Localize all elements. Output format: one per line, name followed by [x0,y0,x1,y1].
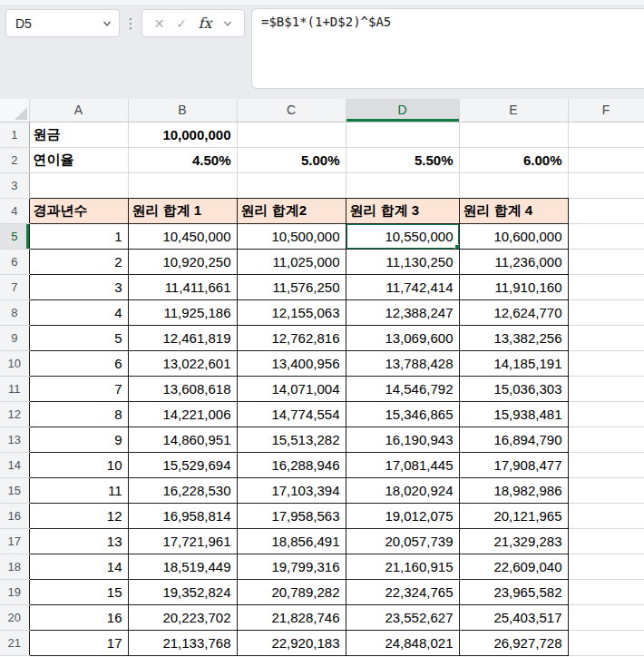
cell-F15[interactable] [568,477,644,503]
row-header-17[interactable]: 17 [0,528,29,554]
row-header-21[interactable]: 21 [0,630,29,655]
cell-D9[interactable]: 13,069,600 [346,325,459,350]
cell-A9[interactable]: 5 [29,325,128,350]
cell-A20[interactable]: 16 [29,604,128,630]
cell-E5[interactable]: 10,600,000 [459,223,568,249]
cell-B20[interactable]: 20,223,702 [128,604,237,630]
cell-D21[interactable]: 24,848,021 [346,630,459,655]
row-header-14[interactable]: 14 [0,452,29,477]
cell-F3[interactable] [568,172,644,198]
cell-C14[interactable]: 16,288,946 [237,452,346,477]
cell-F17[interactable] [568,528,644,554]
formula-input[interactable]: =$B$1*(1+D$2)^$A5 [251,8,644,89]
cell-F11[interactable] [568,376,644,401]
cell-E3[interactable] [459,172,568,198]
cell-E8[interactable]: 12,624,770 [459,299,568,325]
cell-B2[interactable]: 4.50% [128,147,237,172]
cell-E10[interactable]: 14,185,191 [459,350,568,376]
cell-F6[interactable] [568,249,644,274]
cell-C20[interactable]: 21,828,746 [237,604,346,630]
cell-E15[interactable]: 18,982,986 [459,477,568,503]
cell-A15[interactable]: 11 [29,477,128,503]
column-header-E[interactable]: E [459,99,568,122]
row-header-3[interactable]: 3 [0,172,29,198]
cell-D6[interactable]: 11,130,250 [346,249,459,274]
cell-D12[interactable]: 15,346,865 [346,401,459,427]
cell-E4[interactable]: 원리 합계 4 [459,198,568,223]
cell-B21[interactable]: 21,133,768 [128,630,237,655]
cell-F19[interactable] [568,579,644,604]
cell-B9[interactable]: 12,461,819 [128,325,237,350]
cell-B1[interactable]: 10,000,000 [128,122,237,147]
cell-E21[interactable]: 26,927,728 [459,630,568,655]
cell-B15[interactable]: 16,228,530 [128,477,237,503]
cell-D16[interactable]: 19,012,075 [346,503,459,528]
cell-B3[interactable] [128,172,237,198]
formula-bar-resize-handle[interactable]: ⋮ [125,9,136,37]
cell-B17[interactable]: 17,721,961 [128,528,237,554]
name-box[interactable]: D5 [5,9,120,37]
cell-C18[interactable]: 19,799,316 [237,554,346,579]
cell-B19[interactable]: 19,352,824 [128,579,237,604]
select-all-corner[interactable] [0,99,29,122]
chevron-down-icon[interactable] [223,19,232,28]
cell-C21[interactable]: 22,920,183 [237,630,346,655]
cell-C12[interactable]: 14,774,554 [237,401,346,427]
row-header-11[interactable]: 11 [0,376,29,401]
cell-D14[interactable]: 17,081,445 [346,452,459,477]
cell-D5[interactable]: 10,550,000 [346,223,459,249]
cell-A1[interactable]: 원금 [29,122,128,147]
cell-B10[interactable]: 13,022,601 [128,350,237,376]
cell-B6[interactable]: 10,920,250 [128,249,237,274]
cell-C16[interactable]: 17,958,563 [237,503,346,528]
row-header-1[interactable]: 1 [0,122,29,147]
cancel-icon[interactable]: ✕ [154,17,165,30]
cell-A12[interactable]: 8 [29,401,128,427]
cell-D7[interactable]: 11,742,414 [346,274,459,299]
cell-E7[interactable]: 11,910,160 [459,274,568,299]
row-header-9[interactable]: 9 [0,325,29,350]
cell-F13[interactable] [568,427,644,452]
cell-A6[interactable]: 2 [29,249,128,274]
cell-E2[interactable]: 6.00% [459,147,568,172]
cell-C2[interactable]: 5.00% [237,147,346,172]
cell-D10[interactable]: 13,788,428 [346,350,459,376]
cell-E18[interactable]: 22,609,040 [459,554,568,579]
cell-A16[interactable]: 12 [29,503,128,528]
cell-D3[interactable] [346,172,459,198]
column-header-F[interactable]: F [568,99,644,122]
row-header-18[interactable]: 18 [0,554,29,579]
cell-B12[interactable]: 14,221,006 [128,401,237,427]
cell-E12[interactable]: 15,938,481 [459,401,568,427]
cell-D18[interactable]: 21,160,915 [346,554,459,579]
cell-F20[interactable] [568,604,644,630]
cell-F18[interactable] [568,554,644,579]
cell-E16[interactable]: 20,121,965 [459,503,568,528]
cell-A13[interactable]: 9 [29,427,128,452]
cell-E13[interactable]: 16,894,790 [459,427,568,452]
cell-A7[interactable]: 3 [29,274,128,299]
cell-F16[interactable] [568,503,644,528]
cell-A2[interactable]: 연이율 [29,147,128,172]
cell-D13[interactable]: 16,190,943 [346,427,459,452]
cell-D19[interactable]: 22,324,765 [346,579,459,604]
cell-C19[interactable]: 20,789,282 [237,579,346,604]
cell-E1[interactable] [459,122,568,147]
cell-C5[interactable]: 10,500,000 [237,223,346,249]
cell-A3[interactable] [29,172,128,198]
cell-E14[interactable]: 17,908,477 [459,452,568,477]
cell-F21[interactable] [568,630,644,655]
cell-F1[interactable] [568,122,644,147]
cell-C1[interactable] [237,122,346,147]
cell-A10[interactable]: 6 [29,350,128,376]
row-header-7[interactable]: 7 [0,274,29,299]
cell-E9[interactable]: 13,382,256 [459,325,568,350]
cell-C17[interactable]: 18,856,491 [237,528,346,554]
cell-F9[interactable] [568,325,644,350]
row-header-15[interactable]: 15 [0,477,29,503]
cell-C11[interactable]: 14,071,004 [237,376,346,401]
cell-F8[interactable] [568,299,644,325]
cell-E17[interactable]: 21,329,283 [459,528,568,554]
cell-E11[interactable]: 15,036,303 [459,376,568,401]
column-header-D[interactable]: D [346,99,459,122]
